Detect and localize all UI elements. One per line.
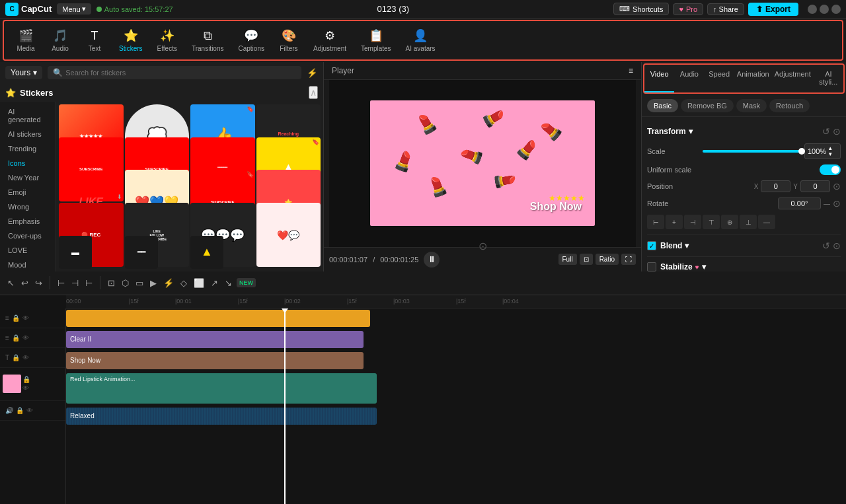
tab-audio[interactable]: Audio bbox=[674, 65, 704, 92]
play-button[interactable]: ⏸ bbox=[424, 252, 440, 268]
tool-transitions[interactable]: ⧉ Transitions bbox=[185, 25, 231, 56]
sticker-item[interactable]: ▲ bbox=[190, 236, 223, 269]
maximize-button[interactable] bbox=[820, 5, 829, 14]
tool-templates[interactable]: 📋 Templates bbox=[354, 24, 398, 56]
lightning-tool[interactable]: ⚡ bbox=[161, 276, 176, 290]
rotate-reset-button[interactable]: ⊙ bbox=[833, 198, 841, 209]
align-extra-button[interactable]: — bbox=[758, 215, 775, 229]
minimize-button[interactable] bbox=[808, 5, 817, 14]
tool-audio[interactable]: 🎵 Audio bbox=[44, 24, 77, 56]
scale-value[interactable]: 100% ▲▼ bbox=[804, 143, 841, 159]
new-badge-button[interactable]: NEW bbox=[237, 278, 256, 287]
transform-more-button[interactable]: ⊙ bbox=[833, 126, 841, 137]
scale-stepper-up[interactable]: ▲▼ bbox=[827, 145, 833, 157]
search-input[interactable] bbox=[65, 69, 296, 77]
category-love[interactable]: LOVE bbox=[0, 243, 56, 258]
ratio-button[interactable]: Ratio bbox=[596, 254, 619, 265]
redo-button[interactable]: ↪ bbox=[33, 276, 44, 290]
transform-reset-button[interactable]: ↺ bbox=[822, 126, 830, 137]
blend-checkbox[interactable]: ✓ bbox=[647, 241, 656, 250]
fit-button[interactable]: ⊡ bbox=[580, 254, 593, 265]
select-tool[interactable]: ↖ bbox=[5, 276, 17, 290]
align-left-button[interactable]: ⊢ bbox=[647, 215, 664, 229]
blend-more-button[interactable]: ⊙ bbox=[833, 240, 841, 251]
close-button[interactable] bbox=[831, 5, 841, 14]
subtab-basic[interactable]: Basic bbox=[647, 99, 678, 112]
tool-text[interactable]: T Text bbox=[78, 25, 111, 56]
uniform-scale-toggle[interactable] bbox=[820, 164, 841, 175]
tool-adjustment[interactable]: ⚙ Adjustment bbox=[307, 24, 353, 56]
tab-speed[interactable]: Speed bbox=[705, 65, 734, 92]
sticker-item[interactable]: ❤️💬 bbox=[256, 203, 321, 268]
full-button[interactable]: Full bbox=[558, 254, 577, 265]
tab-adjustment[interactable]: Adjustment bbox=[772, 65, 814, 92]
category-mood[interactable]: Mood bbox=[0, 258, 56, 271]
align-center-h-button[interactable]: + bbox=[666, 215, 683, 229]
category-icons[interactable]: Icons bbox=[0, 156, 56, 170]
category-ai-stickers[interactable]: AI stickers bbox=[0, 127, 56, 141]
playhead[interactable] bbox=[284, 308, 286, 505]
sticker-item[interactable]: ▬ bbox=[59, 236, 92, 269]
play-tool[interactable]: ▶ bbox=[148, 276, 159, 290]
player-video[interactable]: 💄 💄 💄 💄 💄 💄 💄 💄 ★★★★★ Shop Now ⊙ bbox=[329, 80, 636, 247]
clip-main[interactable] bbox=[66, 310, 370, 327]
scale-slider[interactable] bbox=[703, 150, 802, 153]
tab-ai-style[interactable]: AI styli... bbox=[814, 65, 843, 92]
align-right-button[interactable]: ⊣ bbox=[684, 215, 701, 229]
tool-captions[interactable]: 💬 Captions bbox=[232, 24, 271, 56]
category-new-year[interactable]: New Year bbox=[0, 170, 56, 185]
category-emphasis[interactable]: Emphasis bbox=[0, 214, 56, 229]
tool-stickers[interactable]: ⭐ Stickers bbox=[112, 24, 149, 56]
menu-button[interactable]: Menu ▾ bbox=[57, 3, 91, 15]
position-y-input[interactable] bbox=[800, 180, 830, 192]
align-top-button[interactable]: ⊤ bbox=[703, 215, 720, 229]
align-bottom-button[interactable]: ⊥ bbox=[740, 215, 757, 229]
position-reset-button[interactable]: ⊙ bbox=[833, 181, 841, 192]
fullscreen-button[interactable]: ⛶ bbox=[621, 254, 636, 265]
subtab-retouch[interactable]: Retouch bbox=[769, 99, 810, 112]
arrow-right-down[interactable]: ↘ bbox=[223, 276, 234, 290]
arrow-right-up[interactable]: ↗ bbox=[209, 276, 220, 290]
clip-text1[interactable]: Clear II bbox=[66, 331, 364, 348]
stabilize-checkbox[interactable] bbox=[647, 262, 656, 271]
category-trending[interactable]: Trending bbox=[0, 141, 56, 156]
sticker-item[interactable]: ━━ bbox=[125, 236, 158, 269]
export-button[interactable]: ⬆ Export bbox=[748, 3, 798, 16]
share-button[interactable]: ↑ Share bbox=[707, 3, 744, 15]
square-tool[interactable]: ⬜ bbox=[192, 276, 206, 290]
split-end[interactable]: ⊢ bbox=[83, 276, 95, 290]
undo-button[interactable]: ↩ bbox=[19, 276, 30, 290]
tool-filters[interactable]: 🎨 Filters bbox=[272, 24, 305, 56]
pentagon-tool[interactable]: ⬡ bbox=[120, 276, 131, 290]
tool-effects[interactable]: ✨ Effects bbox=[151, 24, 184, 56]
tool-media[interactable]: 🎬 Media bbox=[9, 24, 42, 56]
clip-audio[interactable]: Relaxed bbox=[66, 408, 377, 425]
scale-slider-thumb[interactable] bbox=[798, 148, 805, 155]
collapse-button[interactable]: ∧ bbox=[309, 86, 318, 99]
delete-button[interactable]: ⊡ bbox=[106, 276, 117, 290]
sticker-search-bar[interactable]: 🔍 bbox=[48, 66, 301, 79]
tab-animation[interactable]: Animation bbox=[734, 65, 772, 92]
tool-ai-avatars[interactable]: 👤 AI avatars bbox=[399, 24, 442, 56]
pro-button[interactable]: ♥ Pro bbox=[673, 3, 703, 15]
split-start[interactable]: ⊢ bbox=[56, 276, 67, 290]
clip-text2[interactable]: Shop Now bbox=[66, 352, 364, 369]
category-wrong[interactable]: Wrong bbox=[0, 199, 56, 214]
clip-video[interactable]: Red Lipstick Animation... bbox=[66, 373, 377, 404]
position-x-input[interactable] bbox=[761, 180, 790, 192]
category-cover-ups[interactable]: Cover-ups bbox=[0, 229, 56, 243]
shortcuts-button[interactable]: ⌨ Shortcuts bbox=[613, 3, 669, 15]
blend-reset-button[interactable]: ↺ bbox=[822, 240, 830, 251]
yours-dropdown[interactable]: Yours ▾ bbox=[5, 66, 42, 79]
filter-button[interactable]: ⚡ bbox=[307, 68, 318, 78]
rotate-input[interactable] bbox=[778, 198, 821, 209]
split-mid[interactable]: ⊣ bbox=[69, 276, 81, 290]
category-ai-generated[interactable]: AI generated bbox=[0, 104, 56, 127]
rectangle-tool[interactable]: ▭ bbox=[134, 276, 145, 290]
subtab-mask[interactable]: Mask bbox=[736, 99, 767, 112]
category-emoji[interactable]: Emoji bbox=[0, 185, 56, 199]
align-center-v-button[interactable]: ⊕ bbox=[721, 215, 738, 229]
tab-video[interactable]: Video bbox=[644, 65, 674, 92]
diamond-tool[interactable]: ◇ bbox=[178, 276, 189, 290]
subtab-remove-bg[interactable]: Remove BG bbox=[681, 99, 734, 112]
